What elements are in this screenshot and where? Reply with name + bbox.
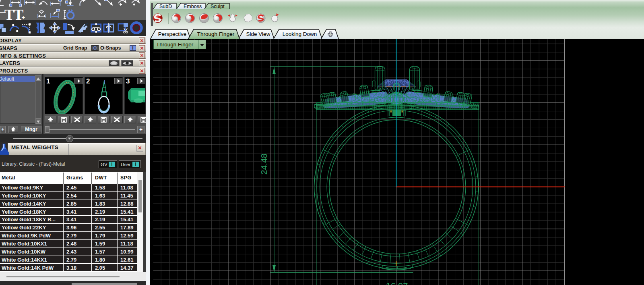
svg-text:24.48: 24.48 <box>259 154 268 175</box>
svg-text:Side View: Side View <box>246 31 270 37</box>
svg-text:Perspective: Perspective <box>158 31 187 37</box>
svg-text:Through Finger: Through Finger <box>197 31 235 37</box>
svg-text:Emboss: Emboss <box>184 4 202 9</box>
svg-text:+: + <box>22 14 25 20</box>
svg-text:Looking Down: Looking Down <box>283 31 317 37</box>
svg-text:16.97: 16.97 <box>386 281 408 285</box>
svg-text:T: T <box>4 8 14 20</box>
svg-text:Sculpt: Sculpt <box>211 4 225 9</box>
svg-text:SubD: SubD <box>159 4 172 9</box>
